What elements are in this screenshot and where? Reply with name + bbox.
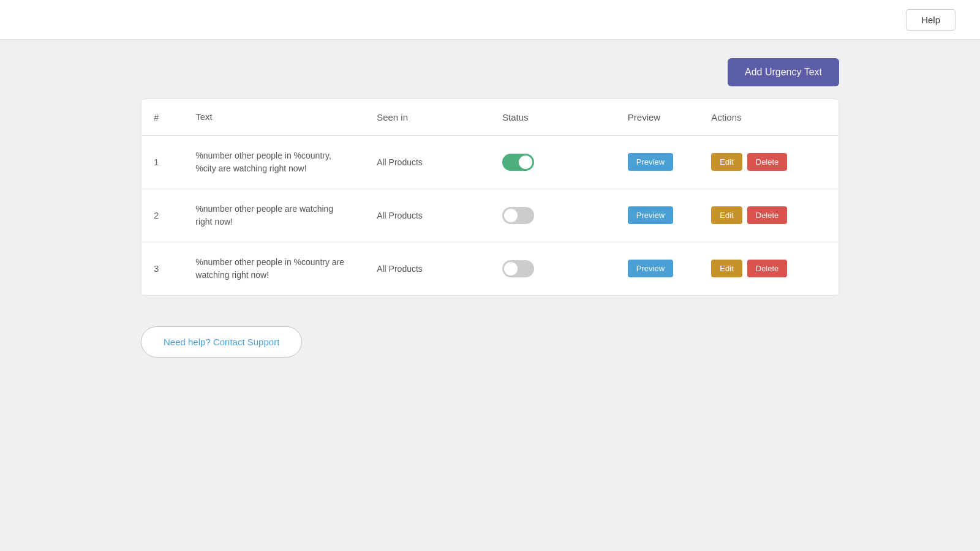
delete-button[interactable]: Delete	[747, 206, 788, 224]
row-actions-cell: Edit Delete	[699, 242, 839, 295]
toggle-slider	[502, 207, 534, 224]
status-toggle[interactable]	[502, 260, 534, 277]
row-actions-cell: Edit Delete	[699, 189, 839, 242]
row-preview-cell: Preview	[616, 242, 699, 295]
col-header-preview: Preview	[616, 99, 699, 135]
row-preview-cell: Preview	[616, 189, 699, 242]
urgency-table: # Text Seen in Status Preview Actions 1 …	[141, 99, 839, 295]
help-button[interactable]: Help	[906, 9, 956, 31]
status-toggle[interactable]	[502, 207, 534, 224]
row-num: 2	[141, 189, 183, 242]
header: Help	[0, 0, 980, 40]
footer: Need help? Contact Support	[141, 326, 839, 358]
row-text: %number other people are watching right …	[183, 189, 364, 242]
col-header-text: Text	[183, 99, 364, 135]
row-text: %number other people in %country, %city …	[183, 135, 364, 189]
edit-button[interactable]: Edit	[711, 153, 742, 171]
row-actions-cell: Edit Delete	[699, 135, 839, 189]
delete-button[interactable]: Delete	[747, 260, 788, 277]
urgency-table-container: # Text Seen in Status Preview Actions 1 …	[141, 99, 839, 296]
toggle-slider	[502, 260, 534, 277]
row-text: %number other people in %country are wat…	[183, 242, 364, 295]
row-num: 1	[141, 135, 183, 189]
delete-button[interactable]: Delete	[747, 153, 788, 171]
toggle-slider	[502, 154, 534, 171]
preview-button[interactable]: Preview	[628, 260, 673, 277]
col-header-actions: Actions	[699, 99, 839, 135]
col-header-status: Status	[490, 99, 616, 135]
top-actions: Add Urgency Text	[141, 58, 839, 86]
preview-button[interactable]: Preview	[628, 153, 673, 171]
table-row: 3 %number other people in %country are w…	[141, 242, 839, 295]
table-row: 1 %number other people in %country, %cit…	[141, 135, 839, 189]
row-seen-in: All Products	[364, 189, 490, 242]
row-status	[490, 189, 616, 242]
row-status	[490, 242, 616, 295]
row-seen-in: All Products	[364, 135, 490, 189]
row-num: 3	[141, 242, 183, 295]
action-buttons: Edit Delete	[711, 153, 826, 171]
row-seen-in: All Products	[364, 242, 490, 295]
contact-support-button[interactable]: Need help? Contact Support	[141, 326, 302, 358]
action-buttons: Edit Delete	[711, 260, 826, 277]
table-header-row: # Text Seen in Status Preview Actions	[141, 99, 839, 135]
table-row: 2 %number other people are watching righ…	[141, 189, 839, 242]
add-urgency-button[interactable]: Add Urgency Text	[728, 58, 839, 86]
main-content: Add Urgency Text # Text Seen in Status P…	[0, 40, 980, 382]
row-preview-cell: Preview	[616, 135, 699, 189]
edit-button[interactable]: Edit	[711, 206, 742, 224]
preview-button[interactable]: Preview	[628, 206, 673, 224]
col-header-num: #	[141, 99, 183, 135]
edit-button[interactable]: Edit	[711, 260, 742, 277]
col-header-seen-in: Seen in	[364, 99, 490, 135]
action-buttons: Edit Delete	[711, 206, 826, 224]
status-toggle[interactable]	[502, 154, 534, 171]
row-status	[490, 135, 616, 189]
